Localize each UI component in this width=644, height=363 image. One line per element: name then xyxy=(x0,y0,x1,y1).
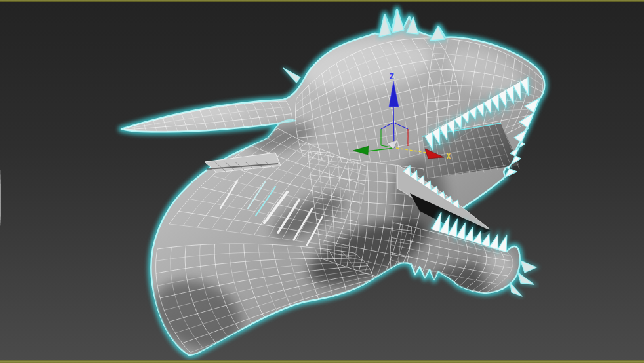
dragon-head-wireframe-model[interactable] xyxy=(0,9,544,361)
gizmo-z-label: Z xyxy=(389,72,393,81)
viewport[interactable]: Z X xyxy=(0,0,644,363)
gizmo-x-label: X xyxy=(447,153,451,160)
active-viewport-border-bottom xyxy=(0,360,644,363)
viewport-canvas[interactable]: Z X xyxy=(0,0,644,363)
active-viewport-border-top xyxy=(0,0,644,2)
